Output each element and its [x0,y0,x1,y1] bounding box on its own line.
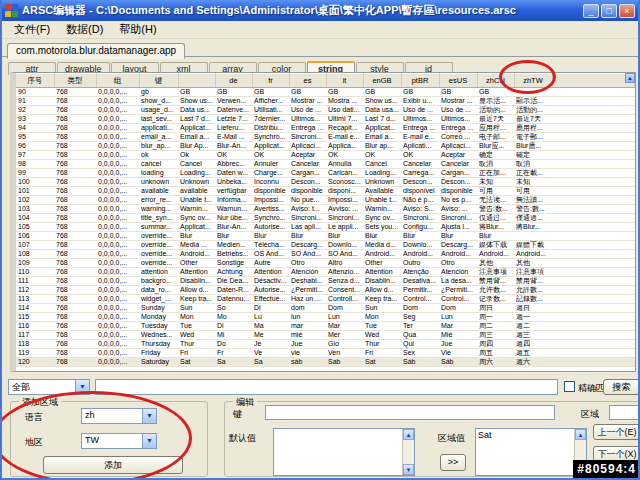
menu-item[interactable]: 文件(F) [6,22,58,37]
table-cell[interactable]: Entrega ... [401,124,439,133]
table-cell[interactable]: 0,0,0,0,... [96,151,139,160]
table-cell[interactable]: 119 [16,349,54,358]
table-cell[interactable]: OK [363,151,401,160]
table-cell[interactable]: disponible [289,187,326,196]
table-row[interactable]: 1137680,0,0,0,...widget_...Keep tra...Da… [16,295,635,304]
table-cell[interactable]: Sáb [401,358,439,367]
table-cell[interactable]: Warnun... [215,205,252,214]
table-cell[interactable]: 768 [54,268,96,277]
key-input[interactable] [265,405,555,420]
table-cell[interactable]: Datennu... [215,295,252,304]
table-cell[interactable]: Últimos... [439,115,477,124]
table-row[interactable]: 1127680,0,0,0,...data_ro...Allow d...Dat… [16,286,635,295]
table-cell[interactable]: 0,0,0,0,... [96,349,139,358]
table-cell[interactable]: Sincroni... [401,214,439,223]
table-row[interactable]: 1047680,0,0,0,...title_syn...Sync ov...N… [16,214,635,223]
table-cell[interactable]: 0,0,0,0,... [96,133,139,142]
table-cell[interactable]: Atención [439,268,477,277]
table-cell[interactable]: Aplicaci... [439,142,477,151]
table-cell[interactable]: ok [139,151,178,160]
table-cell[interactable]: No pue... [289,196,326,205]
table-cell[interactable]: Aviso: ... [439,205,477,214]
table-cell[interactable]: 電子郵... [514,133,552,142]
table-cell[interactable]: Sincroni... [289,133,326,142]
table-cell[interactable]: 91 [16,97,54,106]
table-cell[interactable]: Consent... [326,286,363,295]
table-cell[interactable]: Tuesday [139,322,178,331]
table-cell[interactable]: 媒体下载 [477,241,514,250]
table-cell[interactable]: 正在加... [477,169,514,178]
default-value-textarea[interactable]: ▲ ▼ [273,428,415,476]
table-cell[interactable]: Disablin... [178,277,215,286]
table-cell[interactable]: 768 [54,349,96,358]
table-cell[interactable]: 768 [54,88,96,97]
table-cell[interactable]: Le appli... [326,223,363,232]
table-cell[interactable]: 768 [54,223,96,232]
table-cell[interactable]: Monday [139,313,178,322]
table-cell[interactable]: GB [215,88,252,97]
column-header[interactable]: de [215,74,252,88]
table-cell[interactable]: Charge... [252,169,289,178]
table-cell[interactable]: Betriebs... [215,250,252,259]
table-cell[interactable]: 109 [16,259,54,268]
table-cell[interactable]: 95 [16,133,54,142]
table-cell[interactable]: 周一 [477,313,514,322]
table-cell[interactable]: 768 [54,97,96,106]
table-cell[interactable]: Unable t... [363,196,401,205]
table-cell[interactable]: Mon [363,313,401,322]
table-cell[interactable]: Android... [514,250,552,259]
table-cell[interactable]: Last 7 d... [363,115,401,124]
table-cell[interactable]: Sex [401,349,439,358]
table-cell[interactable]: 允許數... [514,286,552,295]
table-cell[interactable]: Mi [215,331,252,340]
table-cell[interactable]: 0,0,0,0,... [96,286,139,295]
table-cell[interactable]: Blur [178,232,215,241]
table-cell[interactable]: usage_d... [139,106,178,115]
table-cell[interactable]: 768 [54,124,96,133]
table-cell[interactable]: 99 [16,169,54,178]
table-cell[interactable]: 最近7天 [477,115,514,124]
table-cell[interactable]: Annulla [326,160,363,169]
table-cell[interactable]: Keep tra... [178,295,215,304]
table-cell[interactable]: Last 7 d... [178,115,215,124]
table-cell[interactable]: 0,0,0,0,... [96,277,139,286]
table-cell[interactable]: Attenzio... [326,268,363,277]
table-cell[interactable]: Lieferu... [215,124,252,133]
table-cell[interactable]: 0,0,0,0,... [96,115,139,124]
table-cell[interactable]: OK [215,151,252,160]
table-cell[interactable]: lun [289,313,326,322]
table-cell[interactable]: Altro [326,259,363,268]
table-cell[interactable]: 768 [54,115,96,124]
table-cell[interactable]: Mar [326,322,363,331]
table-cell[interactable]: Blur [363,232,401,241]
table-cell[interactable]: Sunday [139,304,178,313]
table-cell[interactable]: 112 [16,286,54,295]
table-cell[interactable]: unknown [139,178,178,187]
table-cell[interactable]: Ma [252,322,289,331]
table-cell[interactable]: ¿Permiti... [439,286,477,295]
table-row[interactable]: 1067680,0,0,0,...override...BlurBlurBlur… [16,232,635,241]
table-cell[interactable]: Attention [252,268,289,277]
table-cell[interactable]: Achtung [215,268,252,277]
table-cell[interactable]: 0,0,0,0,... [96,106,139,115]
table-cell[interactable]: 無法讀... [514,196,552,205]
table-cell[interactable]: blur_ap... [139,142,178,151]
table-cell[interactable]: 仅通过... [477,214,514,223]
table-cell[interactable]: 768 [54,250,96,259]
table-cell[interactable]: Sa [215,358,252,367]
table-cell[interactable]: Descon... [401,178,439,187]
column-header[interactable]: 序号 [16,74,54,88]
table-cell[interactable]: So [215,304,252,313]
table-cell[interactable]: Uso de ... [289,106,326,115]
table-cell[interactable]: Jue [439,340,477,349]
table-cell[interactable]: Outro [401,259,439,268]
table-cell[interactable]: Warnin... [178,205,215,214]
table-cell[interactable]: 将Blur... [477,223,514,232]
table-cell[interactable]: Unbeka... [215,178,252,187]
table-cell[interactable]: Android... [439,250,477,259]
table-cell[interactable]: 記錄數... [514,295,552,304]
table-cell[interactable]: 週日 [514,304,552,313]
table-cell[interactable]: Blur [289,232,326,241]
table-cell[interactable]: Cargan... [289,169,326,178]
table-cell[interactable]: 记录数... [477,295,514,304]
